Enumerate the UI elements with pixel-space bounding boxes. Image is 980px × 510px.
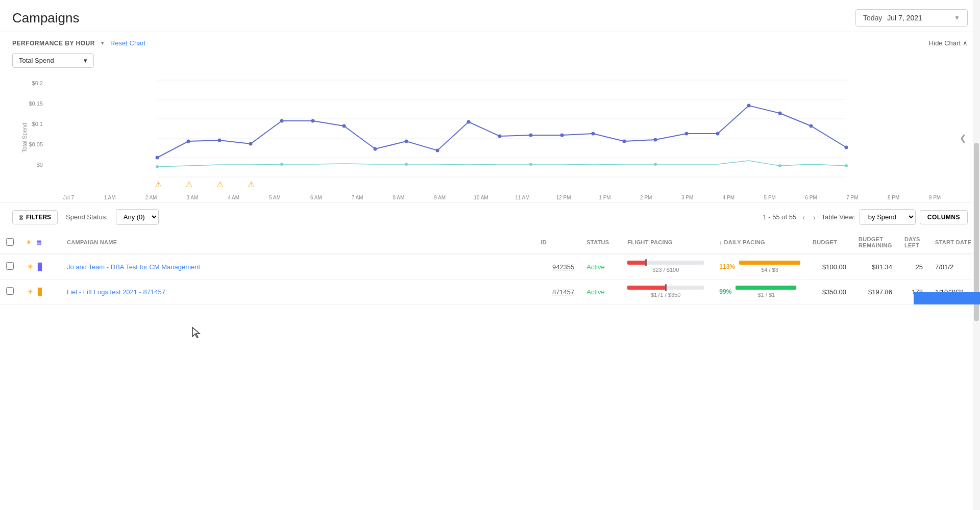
chevron-down-icon: ▼	[954, 14, 960, 21]
svg-point-11	[311, 119, 315, 123]
start-date-cell: 7/01/2	[929, 254, 980, 279]
campaign-id[interactable]: 942355	[552, 263, 574, 271]
svg-point-33	[654, 163, 657, 166]
spend-status-label: Spend Status:	[66, 213, 108, 221]
campaign-name-link[interactable]: Liel - Lift Logs test 2021 - 871457	[67, 288, 165, 296]
sun-icon: ☀	[26, 239, 31, 245]
table-body: ☀ ▊ Jo and Team - DBA Test for CM Manage…	[0, 254, 980, 304]
campaign-name-cell: Liel - Lift Logs test 2021 - 871457	[61, 279, 534, 304]
select-all-checkbox[interactable]	[6, 238, 14, 246]
svg-point-15	[436, 149, 439, 152]
svg-point-13	[374, 147, 377, 151]
budget-cell: $350.00	[806, 279, 852, 304]
daily-pacing-fill	[739, 261, 800, 265]
daily-pacing-fill	[736, 286, 796, 290]
x-label-11am: 11 AM	[502, 195, 543, 200]
campaign-id-cell: 942355	[534, 254, 580, 279]
svg-point-16	[467, 120, 471, 124]
metric-select-arrow-icon: ▾	[84, 57, 87, 64]
svg-point-10	[280, 119, 284, 123]
daily-pacing-cell: 99% $1 / $1	[713, 279, 806, 304]
flight-pacing-cell: $23 / $100	[621, 254, 713, 279]
flight-pacing-marker	[645, 259, 647, 266]
chart-svg-container: ⚠ ⚠ ⚠ ⚠ Jul 7 1 AM 2 AM 3 AM 4 AM 5 AM 6…	[48, 75, 955, 200]
svg-point-7	[187, 140, 190, 143]
campaign-name-link[interactable]: Jo and Team - DBA Test for CM Management	[67, 263, 200, 271]
budget-remaining-cell: $197.86	[852, 279, 898, 304]
reset-chart-button[interactable]: Reset Chart	[110, 39, 145, 47]
x-label-7am: 7 AM	[337, 195, 378, 200]
x-label-10am: 10 AM	[460, 195, 502, 200]
campaign-id[interactable]: 871457	[552, 288, 574, 296]
pagination-next-icon[interactable]: ›	[811, 212, 818, 222]
flight-pacing-fill	[627, 286, 665, 290]
row-sun-button[interactable]: ☀	[26, 287, 35, 297]
flight-pacing-marker	[665, 284, 667, 291]
budget-remaining-value: $81.34	[872, 263, 892, 271]
x-label-jul7: Jul 7	[48, 195, 89, 200]
budget-remaining-value: $197.86	[868, 288, 892, 296]
columns-button[interactable]: COLUMNS	[920, 210, 968, 224]
svg-point-9	[249, 142, 253, 146]
row-icon-cell: ☀ ▊	[20, 254, 61, 279]
th-daily-pacing: ↓ DAILY PACING	[713, 231, 806, 254]
th-campaign-name: CAMPAIGN NAME	[61, 231, 534, 254]
campaign-status-cell: Active	[580, 254, 621, 279]
svg-point-35	[845, 164, 848, 167]
svg-point-28	[845, 146, 848, 149]
flight-pacing-track	[627, 286, 704, 290]
svg-point-34	[778, 164, 781, 167]
y-label-0.15: $0.15	[29, 100, 43, 107]
filters-button[interactable]: ⧖ FILTERS	[12, 210, 58, 224]
metrics-banner: METRI	[914, 292, 980, 304]
svg-point-29	[156, 165, 159, 168]
svg-point-30	[280, 163, 283, 166]
chart-section-title: PERFORMANCE BY HOUR	[12, 40, 95, 47]
warning-icon-2: ⚠	[216, 180, 224, 189]
x-label-5am: 5 AM	[254, 195, 296, 200]
flight-pacing-track	[627, 261, 704, 265]
row-checkbox[interactable]	[6, 262, 14, 270]
svg-point-14	[405, 140, 408, 143]
chart-area: Total Spend $0.2 $0.15 $0.1 $0.05 $0	[12, 75, 968, 200]
svg-point-32	[529, 163, 532, 166]
x-label-4am: 4 AM	[213, 195, 254, 200]
th-status: STATUS	[580, 231, 621, 254]
chevron-up-icon: ∧	[963, 39, 968, 47]
row-icon-cell: ☀ ▊	[20, 279, 61, 304]
svg-point-25	[747, 104, 751, 108]
y-label-0.05: $0.05	[29, 141, 43, 147]
date-selector[interactable]: Today Jul 7, 2021 ▼	[855, 9, 968, 27]
hide-chart-button[interactable]: Hide Chart ∧	[929, 39, 968, 47]
svg-point-27	[810, 124, 813, 128]
chart-collapse-icon[interactable]: ❮	[958, 75, 968, 200]
row-bar-chart-button[interactable]: ▊	[37, 287, 44, 297]
daily-pacing-track	[736, 286, 797, 290]
svg-point-31	[405, 163, 408, 166]
flight-pacing-label: $171 / $350	[627, 292, 704, 298]
row-checkbox[interactable]	[6, 287, 14, 295]
status-badge: Active	[586, 288, 604, 296]
table-view-select[interactable]: by Spend	[860, 209, 916, 225]
table-row: ☀ ▊ Jo and Team - DBA Test for CM Manage…	[0, 254, 980, 279]
flight-pacing-bar: $171 / $350	[627, 286, 704, 298]
row-checkbox-cell	[0, 254, 20, 279]
table-header: ☀ ▤ CAMPAIGN NAME ID STATUS FLIGHT PACIN…	[0, 231, 980, 254]
daily-pacing-label: $4 / $3	[739, 267, 800, 273]
pagination-group: 1 - 55 of 55 ‹ › Table View: by Spend CO…	[763, 209, 968, 225]
pagination-text: 1 - 55 of 55	[763, 213, 796, 221]
row-sun-button[interactable]: ☀	[26, 262, 35, 272]
th-checkbox	[0, 231, 20, 254]
spend-status-select[interactable]: Any (0)	[116, 209, 159, 225]
th-start-date: START DATE	[929, 231, 980, 254]
svg-point-23	[685, 132, 689, 136]
metric-select[interactable]: Total Spend ▾	[12, 53, 94, 68]
daily-pacing-cell: 113% $4 / $3	[713, 254, 806, 279]
row-bar-chart-button[interactable]: ▊	[37, 262, 44, 272]
svg-point-26	[778, 112, 782, 115]
th-id: ID	[534, 231, 580, 254]
chart-title-dropdown-icon[interactable]: ▾	[101, 40, 104, 46]
svg-point-21	[623, 140, 626, 143]
bar-chart-column-icon: ▤	[36, 239, 41, 245]
pagination-prev-icon[interactable]: ‹	[800, 212, 807, 222]
